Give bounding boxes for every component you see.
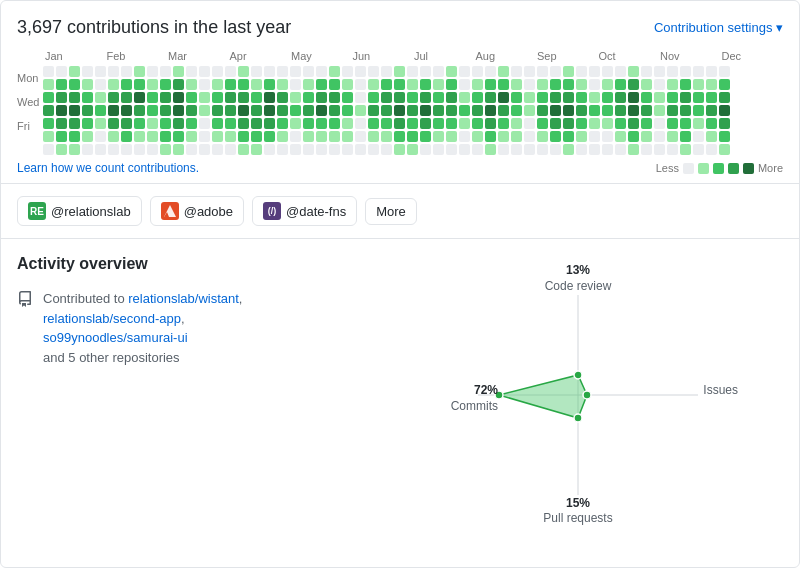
day-cell [264,144,275,155]
day-cell [420,105,431,116]
day-cell [407,144,418,155]
day-cell [680,144,691,155]
day-cell [628,131,639,142]
contribution-settings-button[interactable]: Contribution settings ▾ [654,20,783,35]
day-cell [329,79,340,90]
day-cell [524,79,535,90]
repo-link-3[interactable]: so99ynoodles/samurai-ui [43,330,188,345]
day-cell [680,66,691,77]
week-col-6 [121,66,132,155]
day-cell [563,92,574,103]
org-badge-relationslab[interactable]: RE @relationslab [17,196,142,226]
day-cell [628,105,639,116]
day-cell [511,66,522,77]
commits-text: Commits [451,399,498,413]
day-cell [95,66,106,77]
day-cell [355,105,366,116]
day-wed: Wed [17,91,39,113]
day-cell [459,105,470,116]
issues-text: Issues [703,383,738,397]
day-cell [446,79,457,90]
month-nov: Nov [660,50,722,62]
day-cell [173,105,184,116]
day-cell [706,144,717,155]
day-cell [420,79,431,90]
week-col-1 [56,66,67,155]
day-cell [641,79,652,90]
day-cell [667,79,678,90]
week-col-12 [199,66,210,155]
day-cell [199,66,210,77]
day-cell [485,66,496,77]
week-col-27 [394,66,405,155]
day-cell [290,105,301,116]
day-cell [264,131,275,142]
week-col-26 [381,66,392,155]
svg-marker-4 [499,375,587,418]
week-col-19 [290,66,301,155]
code-review-text: Code review [545,279,612,293]
svg-point-8 [574,414,582,422]
org-badge-date-fns[interactable]: (/) @date-fns [252,196,357,226]
svg-point-6 [574,371,582,379]
week-col-45 [628,66,639,155]
learn-link[interactable]: Learn how we count contributions. [17,161,199,175]
day-cell [407,131,418,142]
week-col-36 [511,66,522,155]
day-cell [498,105,509,116]
day-cell [329,66,340,77]
day-cell [199,118,210,129]
day-cell [147,66,158,77]
week-col-39 [550,66,561,155]
day-cell [69,144,80,155]
day-cell [56,66,67,77]
day-cell [355,66,366,77]
day-cell [459,118,470,129]
day-cell [173,131,184,142]
month-dec: Dec [722,50,784,62]
day-cell [82,92,93,103]
day-cell [43,144,54,155]
day-cell [264,105,275,116]
month-feb: Feb [107,50,169,62]
day-cell [134,92,145,103]
day-cell [316,118,327,129]
day-cell [290,92,301,103]
day-cell [719,92,730,103]
day-cell [511,105,522,116]
day-cell [394,66,405,77]
day-cell [69,105,80,116]
day-cell [173,144,184,155]
day-cell [628,66,639,77]
day-cell [43,92,54,103]
week-col-25 [368,66,379,155]
day-cell [43,131,54,142]
day-cell [368,79,379,90]
day-cell [368,66,379,77]
day-cell [303,118,314,129]
day-cell [316,92,327,103]
week-col-49 [680,66,691,155]
day-cell [134,105,145,116]
org-badge-adobe[interactable]: @adobe [150,196,244,226]
pull-requests-pct: 15% [543,496,612,512]
week-col-18 [277,66,288,155]
more-button[interactable]: More [365,198,417,225]
commits-pct: 72% [418,383,498,399]
week-col-28 [407,66,418,155]
day-cell [381,92,392,103]
day-cell [82,105,93,116]
day-cell [121,118,132,129]
day-cell [264,79,275,90]
day-cell [641,105,652,116]
day-cell [69,66,80,77]
day-cell [407,105,418,116]
day-cell [719,105,730,116]
day-cell [433,79,444,90]
day-cell [550,66,561,77]
day-cell [394,105,405,116]
day-cell [667,66,678,77]
day-cell [264,66,275,77]
repo-link-2[interactable]: relationslab/second-app [43,311,181,326]
repo-link-1[interactable]: relationslab/wistant [128,291,239,306]
